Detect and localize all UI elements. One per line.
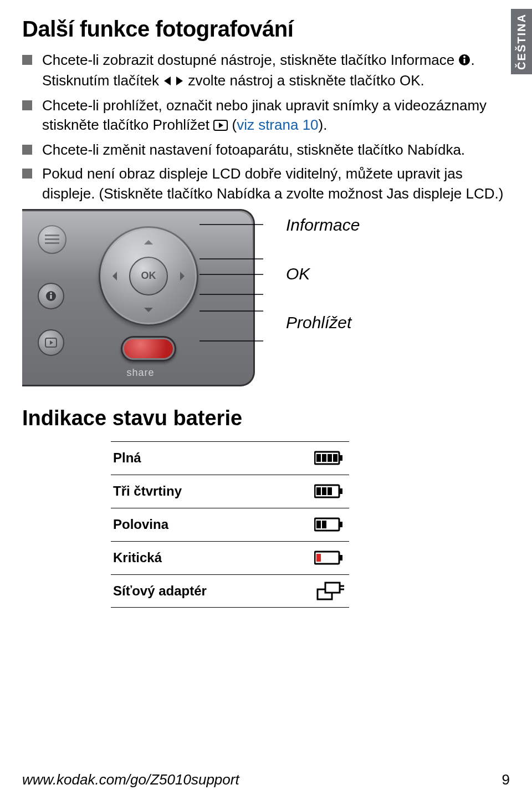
svg-marker-14 bbox=[50, 340, 53, 345]
callout-info: Informace bbox=[286, 216, 360, 235]
bullet-square-icon bbox=[22, 169, 32, 179]
bullet-item: Chcete-li změnit nastavení fotoaparátu, … bbox=[22, 140, 510, 160]
camera-diagram: OK share Informace OK Prohlížet bbox=[22, 209, 510, 386]
callout-review: Prohlížet bbox=[286, 313, 360, 332]
svg-rect-27 bbox=[322, 454, 326, 462]
ok-button: OK bbox=[129, 257, 168, 295]
language-tab: ČEŠTINA bbox=[511, 9, 532, 74]
svg-rect-41 bbox=[316, 554, 321, 562]
play-button-icon bbox=[38, 329, 64, 356]
bullet-square-icon bbox=[22, 100, 32, 110]
svg-rect-25 bbox=[339, 455, 342, 461]
svg-rect-9 bbox=[45, 242, 59, 244]
page-title: Další funkce fotografování bbox=[22, 17, 510, 42]
lead-lines bbox=[200, 209, 266, 386]
svg-point-2 bbox=[463, 56, 466, 58]
bullet-list: Chcete-li zobrazit dostupné nástroje, st… bbox=[22, 50, 510, 203]
battery-icon bbox=[310, 549, 349, 566]
battery-table: PlnáTři čtvrtinyPolovinaKritickáSíťový a… bbox=[111, 441, 349, 608]
svg-marker-6 bbox=[219, 123, 223, 128]
bullet-item: Chcete-li zobrazit dostupné nástroje, st… bbox=[22, 50, 510, 91]
dpad-down-icon bbox=[144, 308, 153, 317]
svg-rect-8 bbox=[45, 238, 59, 240]
info-button-icon bbox=[38, 283, 64, 309]
bullet-text: zvolte nástroj a stiskněte tlačítko OK. bbox=[184, 72, 424, 89]
battery-row: Plná bbox=[111, 441, 349, 475]
battery-row: Tři čtvrtiny bbox=[111, 475, 349, 508]
dpad: OK bbox=[99, 226, 198, 326]
battery-label: Kritická bbox=[111, 550, 310, 565]
bullet-square-icon bbox=[22, 145, 32, 155]
svg-rect-37 bbox=[316, 521, 321, 528]
battery-label: Plná bbox=[111, 450, 310, 466]
svg-rect-34 bbox=[328, 487, 332, 495]
battery-label: Síťový adaptér bbox=[111, 583, 310, 599]
left-right-arrows-icon bbox=[163, 72, 184, 91]
page-number: 9 bbox=[502, 771, 510, 788]
bullet-text: Chcete-li zobrazit dostupné nástroje, st… bbox=[42, 52, 458, 68]
battery-icon bbox=[310, 516, 349, 533]
svg-rect-40 bbox=[339, 555, 342, 561]
adapter-icon bbox=[310, 582, 349, 600]
dpad-left-icon bbox=[108, 272, 117, 281]
svg-rect-31 bbox=[339, 488, 342, 494]
dpad-up-icon bbox=[144, 236, 153, 244]
menu-button-icon bbox=[38, 225, 66, 254]
bullet-text: ). bbox=[319, 116, 328, 133]
bullet-text: Chcete-li změnit nastavení fotoaparátu, … bbox=[42, 140, 510, 160]
bullet-text: ( bbox=[228, 116, 237, 133]
svg-rect-26 bbox=[316, 454, 321, 462]
language-tab-label: ČEŠTINA bbox=[515, 13, 528, 70]
battery-heading: Indikace stavu baterie bbox=[22, 406, 510, 430]
battery-label: Tři čtvrtiny bbox=[111, 483, 310, 499]
svg-rect-1 bbox=[464, 59, 466, 63]
battery-icon bbox=[310, 483, 349, 500]
svg-rect-32 bbox=[316, 487, 321, 495]
svg-rect-28 bbox=[328, 454, 332, 462]
svg-rect-36 bbox=[339, 522, 342, 527]
callout-labels: Informace OK Prohlížet bbox=[286, 209, 360, 362]
battery-label: Polovina bbox=[111, 517, 310, 532]
svg-rect-11 bbox=[50, 295, 52, 299]
callout-ok: OK bbox=[286, 264, 360, 283]
svg-point-12 bbox=[50, 292, 52, 294]
svg-rect-33 bbox=[322, 487, 326, 495]
svg-marker-3 bbox=[164, 77, 171, 85]
svg-rect-7 bbox=[45, 235, 59, 236]
svg-rect-29 bbox=[333, 454, 337, 462]
battery-row: Polovina bbox=[111, 508, 349, 541]
page-ref-link[interactable]: viz strana 10 bbox=[237, 116, 318, 133]
svg-rect-38 bbox=[322, 521, 326, 528]
svg-rect-43 bbox=[325, 583, 340, 593]
share-label: share bbox=[127, 367, 155, 379]
bullet-square-icon bbox=[22, 55, 32, 65]
footer-url: www.kodak.com/go/Z5010support bbox=[22, 771, 239, 788]
bullet-item: Chcete-li prohlížet, označit nebo jinak … bbox=[22, 96, 510, 136]
dpad-right-icon bbox=[180, 272, 189, 281]
bullet-text: Pokud není obraz displeje LCD dobře vidi… bbox=[42, 164, 510, 203]
page-footer: www.kodak.com/go/Z5010support 9 bbox=[22, 771, 510, 788]
svg-marker-4 bbox=[176, 77, 183, 85]
battery-row: Kritická bbox=[111, 541, 349, 574]
bullet-item: Pokud není obraz displeje LCD dobře vidi… bbox=[22, 164, 510, 203]
battery-icon bbox=[310, 450, 349, 466]
info-icon bbox=[458, 52, 470, 71]
record-button-icon bbox=[121, 336, 176, 361]
battery-row: Síťový adaptér bbox=[111, 574, 349, 608]
play-icon bbox=[213, 116, 228, 136]
